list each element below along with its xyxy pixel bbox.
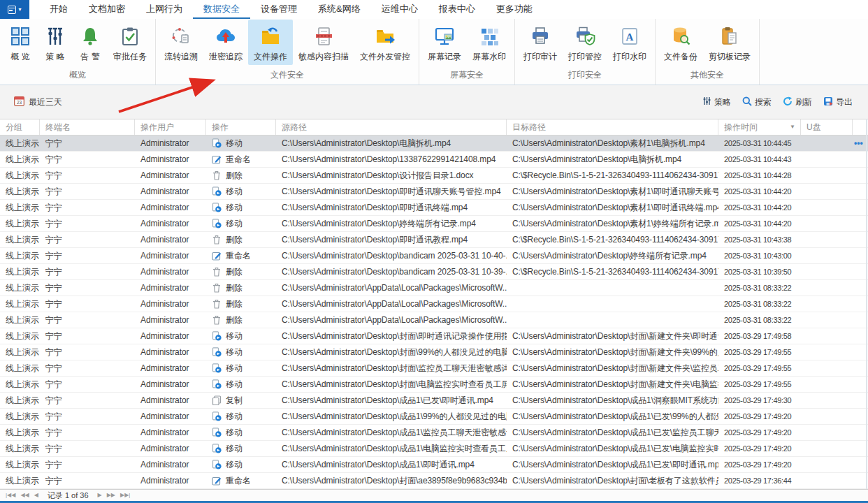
cell-group: 线上演示 xyxy=(0,264,40,279)
cell-usb xyxy=(801,425,853,440)
ribbon: 概 览 策 略 告 警 xyxy=(0,19,868,85)
table-row[interactable]: 线上演示宁宁Administrator移动C:\Users\Administra… xyxy=(0,441,868,457)
table-row[interactable]: 线上演示宁宁Administrator移动C:\Users\Administra… xyxy=(0,360,868,377)
table-row[interactable]: 线上演示宁宁Administrator移动C:\Users\Administra… xyxy=(0,425,868,441)
cell-group: 线上演示 xyxy=(0,232,40,247)
column-header-user[interactable]: 操作用户 xyxy=(135,119,206,135)
column-header-terminal[interactable]: 终端名 xyxy=(40,119,135,135)
table-row[interactable]: 线上演示宁宁Administrator删除C:\Users\Administra… xyxy=(0,312,868,328)
cell-terminal: 宁宁 xyxy=(40,441,135,456)
cell-target-path: C:\Users\Administrator\Desktop\素材1\婷终端所有… xyxy=(507,216,718,231)
table-row[interactable]: 线上演示宁宁Administrator重命名C:\Users\Administr… xyxy=(0,248,868,264)
ribbon-button-sensitive-scan[interactable]: 敏感内容扫描 xyxy=(293,20,354,65)
policy-button[interactable]: 策略 xyxy=(702,96,731,108)
nav-next-button[interactable]: ▶ xyxy=(98,493,102,498)
table-row[interactable]: 线上演示宁宁Administrator删除C:\Users\Administra… xyxy=(0,280,868,296)
column-header-source-path[interactable]: 源路径 xyxy=(276,119,507,135)
search-button[interactable]: 搜索 xyxy=(742,96,772,108)
ribbon-button-flow-trace[interactable]: 流转追溯 xyxy=(159,20,203,65)
table-row[interactable]: 线上演示宁宁Administrator删除C:\Users\Administra… xyxy=(0,264,868,280)
nav-last-button[interactable]: ▶▶| xyxy=(120,493,130,498)
table-row[interactable]: 线上演示宁宁Administrator重命名C:\Users\Administr… xyxy=(0,473,868,489)
nav-first-button[interactable]: |◀◀ xyxy=(6,493,15,498)
column-header-group[interactable]: 分组 xyxy=(0,119,40,135)
cell-terminal: 宁宁 xyxy=(40,216,135,231)
cell-usb xyxy=(801,168,853,183)
table-row[interactable]: 线上演示宁宁Administrator移动C:\Users\Administra… xyxy=(0,344,868,360)
nav-prev-page-button[interactable]: ◀◀ xyxy=(20,493,29,498)
table-row[interactable]: 线上演示宁宁Administrator复制C:\Users\Administra… xyxy=(0,393,868,409)
ribbon-button-leak-trace[interactable]: 泄密追踪 xyxy=(203,20,248,65)
table-row[interactable]: 线上演示宁宁Administrator移动C:\Users\Administra… xyxy=(0,184,868,200)
ribbon-button-print-audit[interactable]: 打印审计 xyxy=(518,20,563,65)
ribbon-group-label: 概览 xyxy=(3,68,152,85)
cell-operation: 移动 xyxy=(206,377,276,392)
cell-operation: 删除 xyxy=(206,168,276,183)
table-row[interactable]: 线上演示宁宁Administrator删除C:\Users\Administra… xyxy=(0,168,868,184)
date-range-filter-button[interactable]: 23 最近三天 xyxy=(14,96,62,108)
table-row[interactable]: 线上演示宁宁Administrator移动C:\Users\Administra… xyxy=(0,409,868,425)
nav-next-page-button[interactable]: ▶▶ xyxy=(107,493,115,498)
row-actions-menu[interactable]: ••• xyxy=(854,138,863,148)
ribbon-button-clipboard-record[interactable]: 剪切板记录 xyxy=(703,20,756,65)
sort-dropdown-icon[interactable]: ▼ xyxy=(790,119,795,135)
tab-ops-center[interactable]: 运维中心 xyxy=(371,0,428,19)
column-header-time[interactable]: 操作时间▼ xyxy=(718,119,801,135)
ribbon-button-file-backup[interactable]: 文件备份 xyxy=(658,20,703,65)
column-header-operation[interactable]: 操作 xyxy=(206,119,276,135)
cell-operation: 移动 xyxy=(206,200,276,215)
table-row[interactable]: 线上演示宁宁Administrator移动C:\Users\Administra… xyxy=(0,457,868,473)
cell-operation: 重命名 xyxy=(206,248,276,263)
cell-terminal: 宁宁 xyxy=(40,473,135,488)
delete-icon xyxy=(212,170,222,180)
ribbon-button-print-control[interactable]: 打印管控 xyxy=(563,20,607,65)
ribbon-button-approval-tasks[interactable]: 审批任务 xyxy=(108,20,152,65)
tab-data-security[interactable]: 数据安全 xyxy=(193,0,250,19)
ribbon-button-print-watermark[interactable]: A 打印水印 xyxy=(607,20,652,65)
cell-terminal: 宁宁 xyxy=(40,360,135,376)
table-row[interactable]: 线上演示宁宁Administrator移动C:\Users\Administra… xyxy=(0,377,868,393)
tab-device-mgmt[interactable]: 设备管理 xyxy=(250,0,308,19)
column-header-usb[interactable]: U盘 xyxy=(801,119,853,135)
ribbon-button-overview[interactable]: 概 览 xyxy=(3,20,38,65)
table-row[interactable]: 线上演示宁宁Administrator删除C:\Users\Administra… xyxy=(0,296,868,312)
refresh-button[interactable]: 刷新 xyxy=(783,96,812,108)
cell-usb xyxy=(801,473,853,488)
cell-source-path: C:\Users\Administrator\Desktop\成品1\已发\即时… xyxy=(276,393,507,408)
ribbon-button-file-operations[interactable]: 文件操作 xyxy=(248,20,293,65)
ribbon-button-alert[interactable]: 告 警 xyxy=(73,20,108,65)
cell-usb xyxy=(801,409,853,424)
table-row[interactable]: 线上演示宁宁Administrator移动C:\Users\Administra… xyxy=(0,136,868,152)
cell-source-path: C:\Users\Administrator\Desktop\电脑拆机.mp4 xyxy=(276,136,507,151)
tab-report-center[interactable]: 报表中心 xyxy=(428,0,486,19)
table-row[interactable]: 线上演示宁宁Administrator删除C:\Users\Administra… xyxy=(0,232,868,248)
ribbon-button-screen-watermark[interactable]: 屏幕水印 xyxy=(467,20,512,65)
cell-group: 线上演示 xyxy=(0,441,40,456)
cell-time: 2025-03-31 08:33:22 xyxy=(718,280,801,296)
table-row[interactable]: 线上演示宁宁Administrator重命名C:\Users\Administr… xyxy=(0,152,868,168)
cell-source-path: C:\Users\Administrator\Desktop\婷终端所有记录.m… xyxy=(276,216,507,231)
export-button[interactable]: 导出 xyxy=(823,96,853,108)
cell-usb xyxy=(801,200,853,215)
operation-label: 移动 xyxy=(226,441,243,456)
app-menu-button[interactable]: ▾ xyxy=(0,0,29,19)
cell-time: 2025-03-29 17:49:20 xyxy=(718,409,801,424)
ribbon-button-screen-record[interactable]: 屏幕记录 xyxy=(422,20,467,65)
file-outgoing-folder-icon xyxy=(373,24,397,48)
cell-group: 线上演示 xyxy=(0,473,40,488)
table-row[interactable]: 线上演示宁宁Administrator移动C:\Users\Administra… xyxy=(0,200,868,216)
tab-doc-encrypt[interactable]: 文档加密 xyxy=(78,0,136,19)
table-row[interactable]: 线上演示宁宁Administrator移动C:\Users\Administra… xyxy=(0,328,868,344)
ribbon-button-file-outgoing-control[interactable]: 文件外发管控 xyxy=(354,20,416,65)
tab-start[interactable]: 开始 xyxy=(39,0,78,19)
column-header-target-path[interactable]: 目标路径 xyxy=(507,119,718,135)
tab-web-behavior[interactable]: 上网行为 xyxy=(136,0,193,19)
tab-system-network[interactable]: 系统&网络 xyxy=(308,0,371,19)
tab-more-features[interactable]: 更多功能 xyxy=(486,0,543,19)
table-row[interactable]: 线上演示宁宁Administrator移动C:\Users\Administra… xyxy=(0,216,868,232)
cell-terminal: 宁宁 xyxy=(40,393,135,408)
ribbon-button-policy[interactable]: 策 略 xyxy=(38,20,73,65)
nav-prev-button[interactable]: ◀ xyxy=(34,493,38,498)
operation-label: 移动 xyxy=(226,216,243,231)
cell-time: 2025-03-29 17:49:20 xyxy=(718,425,801,440)
